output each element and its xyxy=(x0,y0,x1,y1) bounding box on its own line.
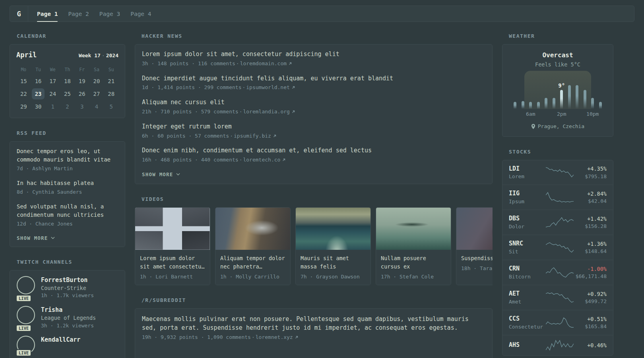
calendar-day[interactable]: 16 xyxy=(32,76,45,87)
hackernews-item-domain[interactable]: ipsumworld.net xyxy=(246,84,290,90)
video-meta: 18h · Tara xyxy=(461,265,493,271)
stock-row[interactable]: CRN Bitcorn -1.00% $66,171.48 xyxy=(502,260,613,285)
calendar-day[interactable]: 23 xyxy=(32,88,45,99)
calendar-day[interactable]: 25 xyxy=(61,88,74,99)
page-tab[interactable]: Page 3 xyxy=(99,6,120,21)
video-thumbnail xyxy=(456,208,493,250)
hackernews-item-title[interactable]: Donec enim nibh, condimentum et accumsan… xyxy=(142,146,485,155)
calendar-grid: Mo Tu We Th Fr Sa Su 15 xyxy=(16,65,118,112)
stocks-section: STOCKS LDI Lorem +4.35% $795.18 xyxy=(502,149,613,356)
stock-ticker: CRN xyxy=(509,265,545,273)
calendar-day[interactable]: 4 xyxy=(90,101,103,112)
reddit-post-title[interactable]: Maecenas mollis pulvinar erat non posuer… xyxy=(142,315,485,333)
weather-time-label: 10pm xyxy=(586,111,599,117)
page-tabs: Page 1 Page 2 Page 3 Page 4 xyxy=(28,6,160,21)
reddit-post-domain[interactable]: loremnet.xyz xyxy=(256,334,293,340)
page-tab[interactable]: Page 4 xyxy=(130,6,151,21)
calendar-day[interactable]: 26 xyxy=(76,88,88,99)
stock-row[interactable]: DBS Dolor +1.42% $156.28 xyxy=(502,210,613,235)
video-card[interactable]: Suspendisse diam 18h · Tara xyxy=(456,207,493,285)
hackernews-item[interactable]: Aliquam nec cursus elit 21h · 710 points… xyxy=(142,98,485,116)
live-badge: LIVE xyxy=(16,349,31,356)
twitch-channel[interactable]: LIVE Trisha League of Legends 3h · 1.2k … xyxy=(17,306,118,329)
hackernews-item-domain[interactable]: loremdomain.com xyxy=(240,60,287,66)
stock-price: $66,171.48 xyxy=(574,273,607,280)
twitch-channel[interactable]: LIVE KendallCarr xyxy=(17,336,118,354)
calendar-day[interactable]: 30 xyxy=(32,101,45,112)
calendar-day[interactable]: 3 xyxy=(76,101,88,112)
calendar-day[interactable]: 28 xyxy=(105,88,118,99)
hackernews-item-domain[interactable]: loremlandia.org xyxy=(243,109,289,115)
stock-name: Consectetur xyxy=(509,323,545,331)
calendar-day[interactable]: 17 xyxy=(47,76,59,87)
page-tab[interactable]: Page 2 xyxy=(68,6,89,21)
calendar-day[interactable]: 24 xyxy=(47,88,59,99)
hackernews-item-title[interactable]: Integer eget rutrum lorem xyxy=(142,123,485,131)
calendar-day[interactable]: 2 xyxy=(61,101,74,112)
video-card[interactable]: Mauris sit amet massa felis 7h · Grayson… xyxy=(295,207,371,285)
stock-row[interactable]: AHS +0.46% xyxy=(502,335,613,355)
stock-values: +1.36% $148.64 xyxy=(574,240,607,255)
stock-row[interactable]: CCS Consectetur +0.51% $165.84 xyxy=(502,310,613,335)
video-card[interactable]: Nullam posuere cursus ex 17h · Stefan Co… xyxy=(376,207,451,285)
calendar-day[interactable]: 19 xyxy=(76,76,88,87)
section-title-rss: RSS FEED xyxy=(17,130,124,136)
app-logo[interactable]: G xyxy=(10,6,28,21)
video-thumbnail xyxy=(296,208,370,250)
subreddit-section: /R/SUBREDDIT Maecenas mollis pulvinar er… xyxy=(135,297,493,358)
video-card[interactable]: Lorem ipsum dolor sit amet consectetu… 1… xyxy=(135,207,210,285)
hackernews-item[interactable]: Donec enim nibh, condimentum et accumsan… xyxy=(142,146,485,164)
stock-row[interactable]: LDI Lorem +4.35% $795.18 xyxy=(502,160,613,185)
subreddit-widget: Maecenas mollis pulvinar erat non posuer… xyxy=(135,308,493,358)
hackernews-item-title[interactable]: Lorem ipsum dolor sit amet, consectetur … xyxy=(142,50,485,59)
calendar-day[interactable]: 18 xyxy=(61,76,74,87)
calendar-widget: April Week 17·2024 Mo Tu We Th Fr xyxy=(10,44,125,118)
calendar-day[interactable]: 21 xyxy=(105,76,118,87)
weather-hour xyxy=(566,77,574,109)
section-title-twitch: TWITCH CHANNELS xyxy=(17,259,124,265)
external-link-icon xyxy=(291,86,295,90)
hackernews-item-title[interactable]: Donec imperdiet augue tincidunt felis al… xyxy=(142,74,485,83)
stock-row[interactable]: AET Amet +0.92% $499.72 xyxy=(502,285,613,310)
hackernews-item[interactable]: Lorem ipsum dolor sit amet, consectetur … xyxy=(142,50,485,68)
calendar-day[interactable]: 15 xyxy=(17,76,30,87)
rss-item[interactable]: Donec tempor eros leo, ut commodo mauris… xyxy=(17,147,118,173)
stocks-widget: LDI Lorem +4.35% $795.18 IIG Ipsum xyxy=(502,160,613,356)
hackernews-item-domain[interactable]: loremtech.co xyxy=(243,157,280,163)
stock-values: +1.42% $156.28 xyxy=(574,215,607,230)
rss-item[interactable]: In hac habitasse platea 8d · Cynthia Sau… xyxy=(17,179,118,196)
rss-show-more-button[interactable]: SHOW MORE xyxy=(17,235,55,241)
calendar-day[interactable]: 1 xyxy=(47,101,59,112)
twitch-channel[interactable]: LIVE ForrestBurton Counter-Strike 1h · 1… xyxy=(17,276,118,300)
video-card[interactable]: Aliquam tempor dolor nec pharetra… 1h · … xyxy=(215,207,291,285)
rss-item-meta: 12d · Chance Jones xyxy=(17,220,118,228)
page-tab[interactable]: Page 1 xyxy=(37,6,58,21)
calendar-day[interactable]: 5 xyxy=(105,101,118,112)
calendar-day[interactable]: 22 xyxy=(17,88,30,99)
calendar-day[interactable]: 20 xyxy=(90,76,103,87)
weather-hour xyxy=(573,77,581,109)
hackernews-item-title[interactable]: Aliquam nec cursus elit xyxy=(142,98,485,107)
calendar-day-header: Fr xyxy=(75,65,89,74)
calendar-day[interactable]: 29 xyxy=(17,101,30,112)
hackernews-show-more-button[interactable]: SHOW MORE xyxy=(142,171,180,177)
stock-sparkline xyxy=(545,217,574,228)
section-title-subreddit: /R/SUBREDDIT xyxy=(142,297,492,303)
stock-id: CCS Consectetur xyxy=(509,315,545,331)
hackernews-item[interactable]: Donec imperdiet augue tincidunt felis al… xyxy=(142,74,485,92)
video-meta: 1h · Molly Carrillo xyxy=(220,274,285,280)
hackernews-item-domain[interactable]: ipsumify.biz xyxy=(234,133,271,139)
stock-row[interactable]: IIG Ipsum +2.84% $42.04 xyxy=(502,185,613,210)
calendar-day[interactable]: 27 xyxy=(90,88,103,99)
calendar-day-header: We xyxy=(45,65,60,74)
twitch-section: TWITCH CHANNELS LIVE ForrestBurton Count… xyxy=(10,259,125,358)
stock-row[interactable]: SNRC Sit +1.36% $148.64 xyxy=(502,235,613,260)
stock-ticker: CCS xyxy=(509,315,545,323)
weather-hourly-chart: 6am xyxy=(511,77,604,109)
stock-values: -1.00% $66,171.48 xyxy=(574,265,607,280)
reddit-post[interactable]: Maecenas mollis pulvinar erat non posuer… xyxy=(142,315,485,341)
stock-id: AHS xyxy=(509,341,545,350)
hackernews-item[interactable]: Integer eget rutrum lorem 6h · 60 points… xyxy=(142,123,485,140)
rss-item[interactable]: Sed volutpat nulla nisl, a condimentum n… xyxy=(17,202,118,228)
twitch-channel-name: Trisha xyxy=(41,306,96,314)
